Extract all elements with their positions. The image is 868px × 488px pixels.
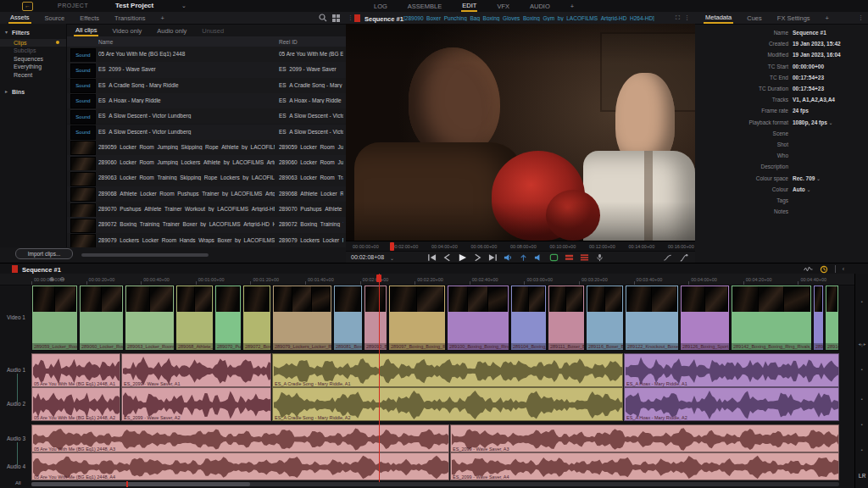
timeline-audio-clip[interactable]: 05 Are You With Me (BG Eq1) 2448, A1 [31,353,120,387]
mode-tab-edit[interactable]: EDIT [461,0,477,12]
timeline-video-clip[interactable]: 289142_Boxing_Boxing_Ring_Rivals_Competi… [731,285,812,351]
panel-tab-assets[interactable]: Assets [8,12,31,24]
clip-tab-audio-only[interactable]: Audio only [155,25,188,36]
timeline-video-clip[interactable]: 289070_Pushups_A [214,285,242,351]
more-icon[interactable]: ⋮ [684,14,690,21]
table-row[interactable]: SoundES_A Cradle Song - Mary RiddleES_A … [67,78,346,93]
panel-tab-source[interactable]: Source [43,13,67,23]
search-icon[interactable] [319,14,327,22]
timeline-audio-clip[interactable]: ES_2099 - Wave Saver, A3 [450,424,839,452]
mode-tab-+[interactable]: + [570,1,575,11]
timeline-audio-clip[interactable]: ES_A Cradle Song - Mary Riddle, A2 [272,387,623,421]
mode-tab-audio[interactable]: AUDIO [529,1,551,11]
clip-tab-video-only[interactable]: Video only [110,25,143,36]
timeline-audio-clip[interactable]: ES_A Cradle Song - Mary Riddle, A1 [272,353,623,387]
chevron-down-icon[interactable]: ⌄ [815,176,821,181]
table-row[interactable]: 289063_Locker_Room_Training_Skipping_Rop… [67,170,346,186]
jump-end-icon[interactable] [488,253,498,262]
rail-dot-icon[interactable]: ▪ [855,367,868,372]
panel-tab-+[interactable]: + [159,13,165,23]
timeline-audio-clip[interactable]: ES_2099 - Wave Saver, A2 [121,387,271,421]
metadata-tab-metadata[interactable]: Metadata [704,12,733,24]
mode-tab-log[interactable]: LOG [373,1,388,11]
timeline-video-clip[interactable]: 289111_Boxer_Boxing_Boxi [548,285,585,351]
table-row[interactable]: 289060_Locker_Room_Jumping_Lockers_Athle… [67,155,346,170]
track-label-audio3[interactable]: Audio 3 [7,435,25,441]
table-row[interactable]: SoundES_2099 - Wave SaverES_2099 - Wave … [67,62,346,77]
rail-trim-icons[interactable]: ◂╮▸ [855,341,868,347]
current-timecode[interactable]: 00:02:08+08 [351,254,384,260]
rail-dot-icon[interactable]: ▪ [855,299,868,304]
column-reel-id[interactable]: Reel ID [279,39,298,45]
metadata-tab-+[interactable]: + [824,13,831,23]
timeline-audio-clip[interactable]: ES_2099 - Wave Saver, A1 [121,353,271,387]
audio-tracks-icon[interactable] [580,253,589,262]
viewer-title[interactable]: Sequence #1 [364,15,403,23]
table-row[interactable]: 289068_Athlete_Locker_Room_Pushups_Train… [67,186,346,202]
timeline-audio-clip[interactable]: 05 Are You With Me (BG Eq1) 2448, A3 [31,424,449,452]
chevron-down-icon[interactable]: ⌄ [827,120,833,125]
rail-dot-icon[interactable]: ▪ [855,447,868,452]
clip-tab-all-clips[interactable]: All clips [74,25,98,36]
table-row[interactable]: 289072_Boxing_Training_Trainer_Boxer_by_… [67,217,346,232]
table-row[interactable]: 289059_Locker_Room_Jumping_Skipping_Rope… [67,140,346,155]
metadata-value[interactable]: Rec. 709 ⌄ [793,175,821,181]
timeline-audio-clip[interactable]: ES_A Hoax - Mary Riddle, A1 [624,353,839,387]
table-row[interactable]: SoundES_A Slow Descent - Victor Lundberg… [67,125,346,140]
table-row[interactable]: SoundES_A Hoax - Mary RiddleES_A Hoax - … [67,93,346,108]
bins-header[interactable]: ▸ Bins [0,88,66,97]
overview-visible-range[interactable] [31,482,250,486]
metadata-tab-cues[interactable]: Cues [745,13,764,23]
panel-tab-effects[interactable]: Effects [78,13,101,23]
timeline-audio-clip[interactable]: 05 Are You With Me (BG Eq1) 2448, A4 [31,452,449,480]
step-forward-icon[interactable] [473,253,482,262]
audio-monitor-icon[interactable] [504,253,513,262]
track-label-video1[interactable]: Video 1 [7,314,25,320]
panel-grip-icon[interactable]: ⋮ [348,14,353,21]
current-clip-reference[interactable]: [289090_Boxer_Punching_Bag_Boxing_Gloves… [403,15,675,21]
timeline-audio-clip[interactable]: ES_2099 - Wave Saver, A4 [450,452,839,480]
metadata-value[interactable]: 1080p, 24 fps ⌄ [793,119,833,125]
more-icon[interactable]: ⋮ [858,14,864,21]
metadata-value[interactable]: Auto ⌄ [793,186,811,192]
filter-item-clips[interactable]: Clips [0,39,66,47]
filter-item-sequences[interactable]: Sequences [0,55,66,64]
filter-item-recent[interactable]: Recent [0,71,66,80]
fit-icon[interactable]: ⛶ [676,14,680,21]
timeline-video-clip[interactable]: 289059_Locker_Room_Jump [31,285,78,351]
timeline-video-clip[interactable]: 289063_Locker_Room_Training_Sk [125,285,175,351]
settings-tool-icon[interactable] [679,253,688,262]
grid-icon[interactable] [332,14,340,22]
timeline-video-clip[interactable]: 289100_Boxing_Boxing_Ring_Boxing_Jud [447,285,509,351]
audio-monitor-2-icon[interactable] [534,253,543,262]
metadata-tab-fx-settings[interactable]: FX Settings [776,13,812,23]
timeline-video-clip[interactable]: 289060_Locker_Room_Jumpin [79,285,124,351]
timeline-video-clip[interactable]: 289081_Boxer_Hands [333,285,363,351]
timeline-video-clip[interactable]: 289122_Knockout_Boxer_Rested_Rin [625,285,679,351]
panel-tab-transitions[interactable]: Transitions [113,13,147,23]
level-up-icon[interactable] [519,253,528,262]
timeline-video-clip[interactable]: 289116_Boxer_Boxing_R [586,285,624,351]
column-name[interactable]: Name [98,39,113,45]
timeline-video-clip[interactable]: 289072_Boxing_Tra [242,285,271,351]
project-name[interactable]: Test Project [115,2,153,9]
trim-tool-icon[interactable] [663,253,672,262]
timeline-audio-clip[interactable]: ES_A Hoax - Mary Riddle, A2 [624,387,839,421]
track-label-audio1[interactable]: Audio 1 [7,367,25,373]
filter-item-subclips[interactable]: Subclips [0,47,66,55]
timeline-video-clip[interactable]: 289090_Boxer [364,285,387,351]
mode-tab-vfx[interactable]: VFX [496,1,510,11]
playhead-line[interactable] [379,274,380,482]
horizontal-scrollbar[interactable] [81,253,209,257]
rail-dot-icon[interactable]: ▪ [855,396,868,402]
exit-project-icon[interactable]: ← [22,2,33,11]
video-tracks-icon[interactable] [565,253,574,262]
timeline-video-clip[interactable]: 289126_Boxing_Sport_Boxer_Pun [680,285,730,351]
clip-tab-unused[interactable]: Unused [200,25,225,36]
viewer-playhead[interactable] [390,242,394,251]
timeline-video-clip[interactable]: 289097_Boxing_Boxing_Ring_Boxer_B [388,285,446,351]
playhead-handle[interactable] [376,274,381,282]
import-clips-button[interactable]: Import clips... [15,248,73,259]
table-row[interactable]: 289070_Pushups_Athlete_Trainer_Workout_b… [67,202,346,217]
jump-start-icon[interactable] [427,253,437,262]
